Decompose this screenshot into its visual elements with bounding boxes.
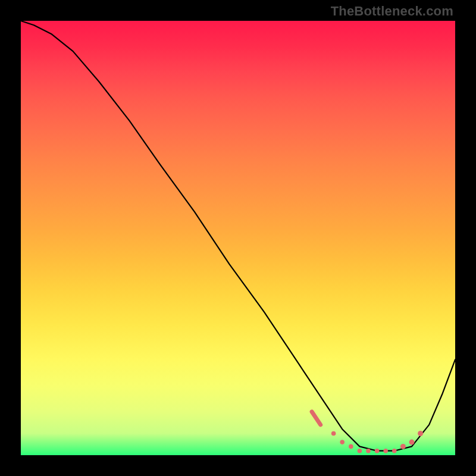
svg-point-5 — [375, 449, 380, 453]
svg-point-4 — [366, 449, 371, 453]
bottleneck-curve — [21, 21, 455, 451]
plot-area — [21, 21, 455, 455]
svg-point-6 — [383, 449, 388, 453]
svg-point-8 — [400, 444, 406, 449]
chart-svg — [21, 21, 455, 455]
watermark-text: TheBottleneck.com — [331, 4, 453, 19]
svg-point-9 — [409, 440, 415, 445]
chart-frame: TheBottleneck.com — [0, 0, 476, 476]
svg-point-10 — [418, 431, 423, 436]
svg-point-3 — [358, 449, 362, 453]
svg-point-7 — [392, 449, 397, 453]
highlight-markers — [312, 412, 423, 453]
svg-point-0 — [331, 431, 336, 436]
svg-point-1 — [340, 440, 345, 444]
svg-point-2 — [349, 444, 353, 449]
